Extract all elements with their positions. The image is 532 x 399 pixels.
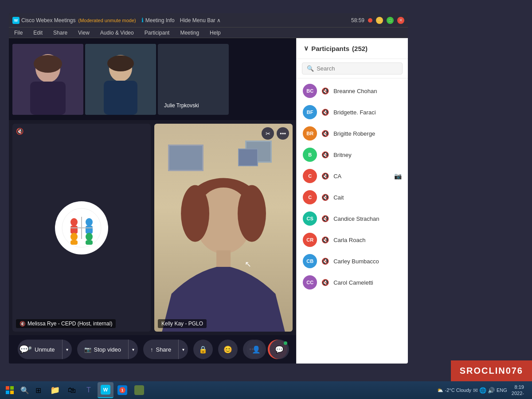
- mute-status-icon: 🔇: [321, 87, 329, 94]
- thumbnail-julie-label: Julie Trpkovski: [164, 102, 199, 109]
- toolbar-left: 💬: [16, 341, 32, 357]
- taskbar-store[interactable]: 🛍: [64, 382, 80, 398]
- mute-status-icon: 🔇: [321, 194, 329, 201]
- toolbar: 💬 🎤 Unmute ▾ 📷 Stop vi: [9, 335, 296, 364]
- participants-icon-btn[interactable]: 👤: [246, 340, 266, 359]
- share-icon: ↑: [150, 346, 153, 353]
- participant-name: Candice Strachan: [333, 215, 402, 222]
- menu-audio-video[interactable]: Audio & Video: [98, 29, 136, 37]
- list-item[interactable]: CR 🔇 Carla Roach: [297, 229, 408, 250]
- avatar: CS: [303, 211, 317, 226]
- mute-status-icon: 🔇: [321, 215, 329, 222]
- avatar: BC: [303, 84, 317, 98]
- participant-name: Brigitte Roberge: [333, 130, 402, 137]
- person-video-container: [154, 124, 293, 332]
- taskbar-clock: 8:19 2022-: [509, 384, 527, 397]
- taskbar-explorer[interactable]: 📁: [47, 382, 63, 398]
- taskbar-outlook[interactable]: O 1: [114, 382, 130, 398]
- participant-name: Britney: [333, 152, 402, 158]
- toolbar-right: 👤 💬: [246, 340, 289, 359]
- menu-edit[interactable]: Edit: [31, 29, 44, 37]
- sroclin-label: SROCLIN076: [451, 360, 532, 381]
- menu-file[interactable]: File: [12, 29, 24, 37]
- search-input[interactable]: [317, 65, 398, 72]
- share-button[interactable]: ↑ Share: [143, 340, 178, 359]
- taskbar-date-value: 2022-: [512, 390, 524, 396]
- menu-view[interactable]: View: [76, 29, 91, 37]
- mute-icon-top-left: 🔇: [16, 127, 23, 135]
- more-action-btn[interactable]: •••: [277, 127, 289, 140]
- avatar: BF: [303, 105, 317, 119]
- svg-point-21: [181, 185, 209, 242]
- taskbar-right: ⛅ -2°C Cloudy ✉ 🌐 🔊 ENG 8:19 2022-: [434, 384, 530, 397]
- svg-rect-27: [10, 391, 14, 394]
- title-bar: W Cisco Webex Meetings (Moderated unmute…: [9, 13, 408, 27]
- notification-btn[interactable]: 💬: [270, 340, 289, 359]
- title-bar-left: W Cisco Webex Meetings (Moderated unmute…: [12, 16, 348, 24]
- list-item[interactable]: BF 🔇 Bridgette. Faraci: [297, 102, 408, 123]
- weather-display: ⛅ -2°C Cloudy: [437, 387, 471, 393]
- list-item[interactable]: C 🔇 CA 📷: [297, 165, 408, 187]
- avatar: C: [303, 190, 317, 204]
- scissors-action-btn[interactable]: ✂: [262, 127, 274, 140]
- avatar: B: [303, 148, 317, 162]
- menu-participant[interactable]: Participant: [143, 29, 172, 37]
- menu-meeting[interactable]: Meeting: [178, 29, 201, 37]
- share-dropdown[interactable]: ▾: [178, 340, 188, 359]
- list-item[interactable]: BC 🔇 Breanne Chohan: [297, 80, 408, 102]
- taskbar-teams[interactable]: T: [81, 382, 97, 398]
- list-item[interactable]: CB 🔇 Carley Bumbacco: [297, 250, 408, 272]
- mute-status-icon: 🔇: [321, 236, 329, 243]
- list-item[interactable]: BR 🔇 Brigitte Roberge: [297, 123, 408, 144]
- right-panel-name: Kelly Kay - PGLO: [161, 321, 203, 327]
- unmute-dropdown[interactable]: ▾: [62, 340, 72, 359]
- svg-rect-10: [70, 226, 78, 234]
- avatar: CR: [303, 233, 317, 247]
- meeting-info-button[interactable]: ℹ Meeting Info: [139, 16, 177, 24]
- svg-rect-14: [70, 240, 78, 245]
- taskbar-extra1[interactable]: [131, 382, 147, 398]
- minimize-button[interactable]: ─: [376, 17, 383, 24]
- hide-menu-button[interactable]: Hide Menu Bar ∧: [180, 17, 221, 23]
- menu-share[interactable]: Share: [51, 29, 69, 37]
- chat-button[interactable]: 💬: [16, 341, 32, 357]
- meeting-info-icon: ℹ: [141, 17, 144, 23]
- list-item[interactable]: CS 🔇 Candice Strachan: [297, 208, 408, 229]
- participants-list: BC 🔇 Breanne Chohan BF 🔇 Bridgette. Fara…: [297, 78, 408, 364]
- svg-point-6: [107, 55, 134, 71]
- stop-video-dropdown[interactable]: ▾: [128, 340, 138, 359]
- taskbar-webex[interactable]: W: [98, 382, 113, 398]
- participants-search: 🔍: [297, 59, 408, 78]
- main-videos: 🔇 🔇 Melissa Rye - CEPD (Host, internal): [9, 120, 296, 335]
- task-view[interactable]: ⊞: [32, 382, 44, 398]
- stop-video-button[interactable]: 📷 Stop video: [77, 340, 128, 359]
- search-icon: 🔍: [307, 65, 314, 72]
- menu-help[interactable]: Help: [208, 29, 223, 37]
- weather-temp: -2°C Cloudy: [445, 387, 471, 393]
- emoji-button[interactable]: 😊: [218, 340, 238, 359]
- lock-button[interactable]: 🔒: [193, 340, 213, 359]
- outlook-badge: 1: [119, 387, 125, 393]
- start-button[interactable]: [2, 382, 18, 398]
- menu-bar: File Edit Share View Audio & Video Parti…: [9, 27, 408, 38]
- avatar: BR: [303, 126, 317, 141]
- mute-status-icon: 🔇: [321, 109, 329, 116]
- list-item[interactable]: CC 🔇 Carol Cameletti: [297, 272, 408, 293]
- person-sim-1: [12, 44, 83, 115]
- avatar: CC: [303, 275, 317, 289]
- taskbar-apps: 📁 🛍 T W O 1: [45, 382, 433, 398]
- tray-volume: 🔊: [488, 387, 495, 394]
- camera-icon: 📷: [394, 172, 402, 180]
- right-panel-actions: ✂ •••: [262, 127, 289, 140]
- list-item[interactable]: C 🔇 Cait: [297, 187, 408, 208]
- close-button[interactable]: ✕: [397, 17, 404, 24]
- left-panel-label: 🔇 Melissa Rye - CEPD (Host, internal): [16, 319, 116, 328]
- maximize-button[interactable]: □: [387, 17, 394, 24]
- taskbar-search[interactable]: 🔍: [19, 382, 31, 398]
- svg-rect-16: [86, 240, 93, 245]
- system-tray: ✉ 🌐 🔊: [473, 387, 495, 394]
- meeting-info-label: Meeting Info: [145, 17, 175, 23]
- svg-rect-26: [6, 391, 9, 394]
- list-item[interactable]: B 🔇 Britney: [297, 144, 408, 165]
- participant-name: Carley Bumbacco: [333, 258, 402, 265]
